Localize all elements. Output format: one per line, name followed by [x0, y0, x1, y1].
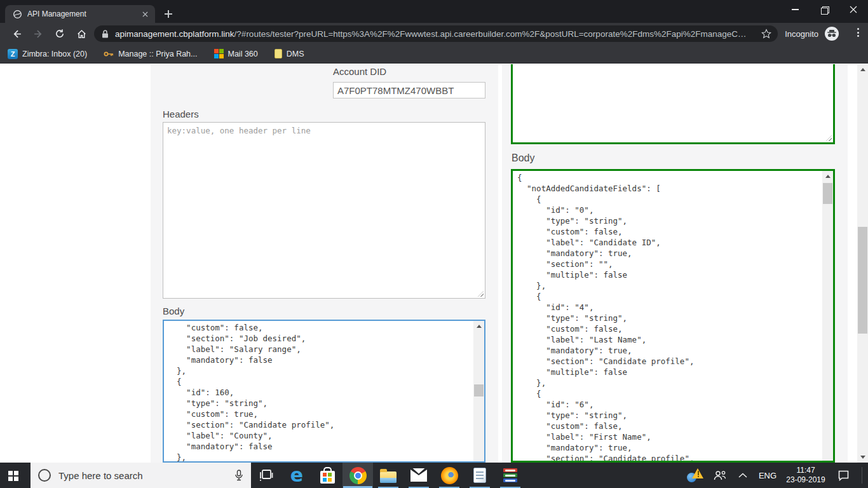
address-bar[interactable]: apimanagement.cbplatform.link/?#routes/t… — [94, 25, 778, 42]
yellow-doc-icon — [275, 49, 282, 58]
windows-logo-icon — [8, 471, 13, 475]
taskbar-store-button[interactable] — [312, 463, 342, 488]
window-restore-button[interactable] — [810, 0, 839, 19]
windows-taskbar: Type here to search e EN — [0, 463, 868, 488]
new-tab-button[interactable] — [163, 8, 174, 20]
headers-label: Headers — [163, 109, 199, 119]
scroll-up-icon[interactable] — [857, 64, 868, 75]
key-icon — [104, 51, 114, 57]
body-right-textarea[interactable]: { "notAddedCandidateFields": [ { "id": "… — [511, 169, 835, 463]
firefox-icon — [441, 467, 458, 484]
body-left-label: Body — [163, 306, 184, 316]
body-left-scrollbar[interactable] — [473, 321, 484, 461]
scrollbar-thumb[interactable] — [474, 384, 484, 396]
browser-toolbar: apimanagement.cbplatform.link/?#routes/t… — [0, 23, 868, 44]
start-button[interactable] — [0, 463, 31, 488]
scroll-down-icon[interactable] — [857, 452, 868, 463]
bookmark-zimbra[interactable]: Z Zimbra: Inbox (20) — [8, 49, 87, 59]
restore-icon — [821, 6, 828, 13]
taskbar-firefox-button[interactable] — [434, 463, 465, 488]
winrar-icon — [503, 468, 518, 484]
home-icon — [76, 29, 87, 39]
language-indicator[interactable]: ENG — [754, 463, 782, 488]
window-minimize-button[interactable] — [780, 0, 810, 19]
account-did-input[interactable]: A7F0PT78MTMZ470WBBT — [333, 82, 485, 98]
clock[interactable]: 11:47 23-09-2019 — [782, 463, 830, 488]
request-form-panel: Account DID A7F0PT78MTMZ470WBBT Headers … — [151, 64, 498, 463]
headers-textarea[interactable]: key:value, one header per line — [163, 122, 485, 299]
show-desktop-button[interactable] — [862, 463, 868, 488]
scrollbar-thumb[interactable] — [858, 227, 867, 334]
forward-button[interactable] — [29, 25, 47, 43]
incognito-label: Incognito — [785, 29, 818, 39]
response-top-textarea[interactable] — [511, 64, 835, 144]
body-right-content: { "notAddedCandidateFields": [ { "id": "… — [513, 171, 822, 463]
close-icon — [850, 6, 857, 13]
back-icon — [11, 29, 22, 39]
action-center-icon — [837, 470, 850, 481]
bookmark-star-icon[interactable] — [761, 29, 771, 39]
chevron-up-icon — [738, 473, 747, 478]
mail-icon — [410, 470, 427, 482]
bookmark-dms[interactable]: DMS — [275, 49, 304, 58]
taskbar-explorer-button[interactable] — [373, 463, 403, 488]
reload-icon — [55, 29, 65, 39]
body-right-scrollbar[interactable] — [822, 171, 833, 461]
browser-menu-icon[interactable] — [857, 28, 859, 37]
resize-handle-icon[interactable] — [478, 291, 484, 297]
url-domain: apimanagement.cbplatform.link — [115, 29, 234, 39]
back-button[interactable] — [8, 25, 25, 43]
tab-close-icon[interactable] — [140, 9, 150, 19]
bookmarks-bar: Z Zimbra: Inbox (20) Manage :: Priya Rah… — [0, 44, 868, 64]
headers-placeholder: key:value, one header per line — [167, 125, 311, 136]
url-text: apimanagement.cbplatform.link/?#routes/t… — [115, 29, 761, 39]
microsoft-icon — [214, 49, 224, 58]
screen: API Management — [0, 0, 868, 488]
tab-title: API Management — [27, 10, 140, 18]
home-button[interactable] — [72, 25, 90, 43]
taskbar-edge-button[interactable]: e — [281, 463, 312, 488]
resize-handle-icon[interactable] — [826, 135, 832, 141]
browser-tab[interactable]: API Management — [5, 5, 155, 23]
scrollbar-thumb[interactable] — [823, 183, 832, 204]
window-close-button[interactable] — [839, 0, 868, 19]
scroll-up-icon[interactable] — [473, 321, 484, 332]
taskbar-winrar-button[interactable] — [495, 463, 526, 488]
taskbar-search[interactable]: Type here to search — [31, 463, 251, 488]
microphone-icon[interactable] — [234, 470, 243, 482]
taskbar-chrome-button[interactable] — [342, 463, 373, 488]
incognito-indicator: Incognito — [785, 24, 839, 43]
incognito-icon — [825, 27, 839, 41]
tab-favicon-globe-icon — [13, 10, 22, 19]
tray-people-button[interactable] — [708, 463, 732, 488]
cortana-icon — [38, 469, 51, 482]
task-view-button[interactable] — [251, 463, 281, 488]
taskbar-notepad-button[interactable] — [465, 463, 495, 488]
bookmark-manage[interactable]: Manage :: Priya Rah... — [104, 50, 197, 58]
window-controls — [780, 0, 868, 19]
url-path: /?#routes/tester?preURL=https%3A%2F%2Fww… — [234, 29, 747, 39]
taskbar-mail-button[interactable] — [403, 463, 434, 488]
action-center-button[interactable] — [830, 463, 857, 488]
people-icon — [714, 470, 726, 480]
body-left-content: "custom": false, "section": "Job desired… — [164, 321, 473, 463]
file-explorer-icon — [380, 471, 397, 483]
page-scrollbar[interactable] — [857, 64, 868, 463]
tray-expand-button[interactable] — [732, 463, 754, 488]
body-left-textarea[interactable]: "custom": false, "section": "Job desired… — [163, 320, 485, 463]
bookmark-mail360[interactable]: Mail 360 — [214, 49, 258, 58]
task-view-icon — [259, 470, 273, 481]
response-panel: Body { "notAddedCandidateFields": [ { "i… — [502, 64, 848, 463]
edge-icon: e — [290, 466, 303, 484]
account-did-label: Account DID — [333, 66, 386, 77]
zimbra-icon: Z — [8, 49, 18, 59]
minimize-icon — [792, 9, 799, 10]
forward-icon — [33, 29, 44, 39]
store-icon — [320, 471, 335, 484]
scroll-up-icon[interactable] — [822, 171, 833, 182]
clock-time: 11:47 — [786, 466, 825, 475]
page-content: Account DID A7F0PT78MTMZ470WBBT Headers … — [0, 64, 868, 463]
tray-alert-button[interactable] — [682, 463, 708, 488]
reload-button[interactable] — [51, 25, 69, 43]
search-placeholder: Type here to search — [58, 470, 227, 481]
